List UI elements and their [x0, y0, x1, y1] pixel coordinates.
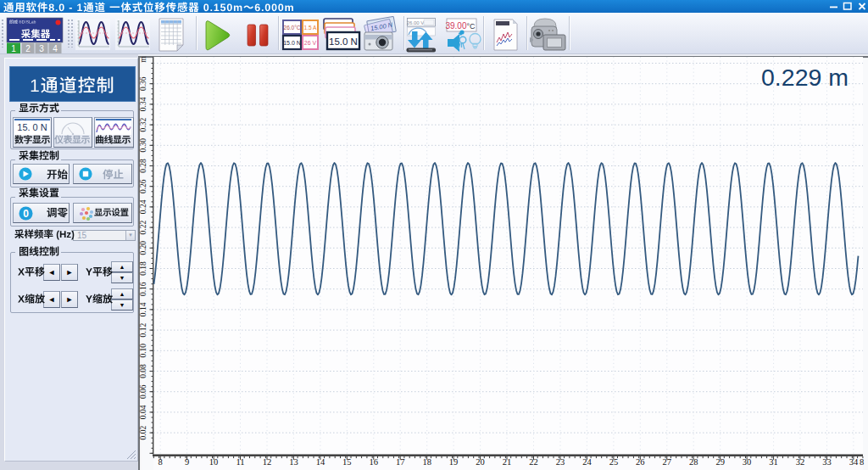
- svg-text:0.08: 0.08: [139, 364, 147, 378]
- svg-text:19: 19: [449, 457, 459, 467]
- svg-text:13: 13: [289, 457, 298, 467]
- svg-text:0.30: 0.30: [139, 138, 147, 153]
- svg-text:10: 10: [209, 457, 219, 467]
- svg-text:0.02: 0.02: [139, 426, 147, 440]
- svg-text:15.0 N: 15.0 N: [329, 36, 358, 47]
- svg-text:26.00 V: 26.00 V: [407, 20, 425, 25]
- svg-text:3: 3: [39, 44, 44, 53]
- svg-text:26: 26: [636, 457, 645, 467]
- svg-text:39.00°C: 39.00°C: [445, 21, 476, 31]
- svg-text:0.229 m: 0.229 m: [761, 64, 849, 91]
- svg-text:0.06: 0.06: [139, 384, 147, 399]
- svg-text:0.24: 0.24: [139, 199, 147, 214]
- svg-text:0.10: 0.10: [139, 344, 147, 358]
- svg-text:0.26: 0.26: [139, 179, 147, 193]
- svg-text:2: 2: [25, 44, 31, 53]
- svg-text:0.34: 0.34: [139, 97, 147, 111]
- svg-text:11: 11: [236, 457, 244, 467]
- svg-text:16: 16: [370, 457, 379, 467]
- svg-text:18: 18: [422, 457, 431, 467]
- svg-text:1.5 A: 1.5 A: [304, 25, 317, 31]
- svg-text:0.20: 0.20: [139, 241, 147, 255]
- svg-text:0.32: 0.32: [139, 118, 147, 132]
- svg-text:26.0°C: 26.0°C: [284, 25, 301, 31]
- svg-text:12: 12: [263, 457, 272, 467]
- svg-text:32: 32: [796, 457, 805, 467]
- svg-text:27: 27: [663, 457, 672, 467]
- svg-text:25: 25: [609, 457, 619, 467]
- svg-text:34: 34: [849, 457, 859, 467]
- svg-text:1: 1: [11, 44, 16, 53]
- svg-text:9: 9: [185, 457, 189, 467]
- svg-text:0.04: 0.04: [139, 405, 147, 419]
- svg-text:8: 8: [860, 457, 864, 467]
- svg-text:0.12: 0.12: [139, 323, 147, 338]
- svg-text:0: 0: [23, 208, 29, 220]
- svg-text:0.28: 0.28: [139, 159, 147, 173]
- svg-text:30: 30: [743, 457, 752, 467]
- svg-text:0.16: 0.16: [139, 282, 147, 296]
- svg-text:4: 4: [53, 44, 58, 53]
- svg-text:0.22: 0.22: [139, 221, 147, 235]
- svg-text:15.0 N: 15.0 N: [283, 40, 301, 46]
- svg-text:17: 17: [396, 457, 405, 467]
- svg-text:24: 24: [582, 457, 592, 467]
- svg-text:31: 31: [769, 457, 778, 467]
- svg-text:0.18: 0.18: [139, 261, 147, 276]
- svg-text:22: 22: [529, 457, 538, 467]
- svg-text:23: 23: [556, 457, 565, 467]
- svg-text:14: 14: [316, 457, 326, 467]
- svg-text:m: m: [139, 56, 147, 63]
- svg-text:26 V: 26 V: [304, 40, 317, 46]
- svg-text:8: 8: [159, 457, 163, 467]
- svg-text:0.36: 0.36: [139, 76, 147, 91]
- svg-text:33: 33: [822, 457, 832, 467]
- svg-text:0.14: 0.14: [139, 302, 147, 316]
- svg-text:21: 21: [503, 457, 512, 467]
- svg-text:15: 15: [342, 457, 352, 467]
- svg-text:29: 29: [715, 457, 725, 467]
- svg-text:28: 28: [689, 457, 698, 467]
- svg-text:20: 20: [476, 457, 485, 467]
